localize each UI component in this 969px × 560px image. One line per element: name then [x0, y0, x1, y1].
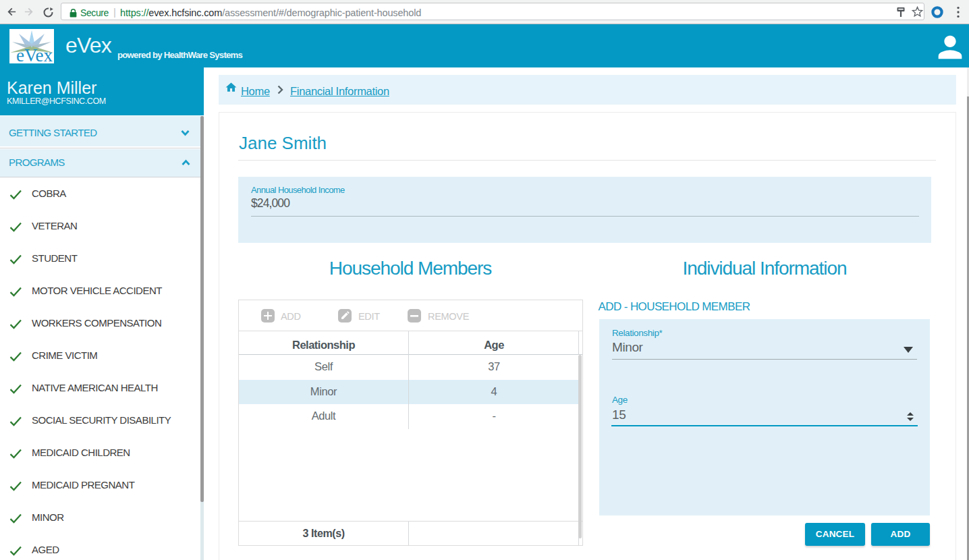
svg-text:eVex: eVex	[16, 45, 53, 63]
